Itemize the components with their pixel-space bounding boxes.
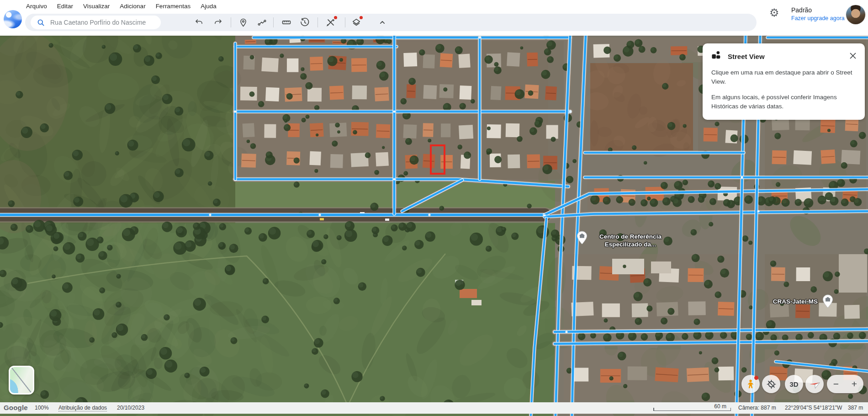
app-header: Arquivo Editar Visualizar Adicionar Ferr… bbox=[0, 0, 868, 36]
menu-editar[interactable]: Editar bbox=[57, 1, 73, 11]
add-path-icon[interactable] bbox=[256, 17, 267, 28]
menu-arquivo[interactable]: Arquivo bbox=[26, 1, 47, 11]
storage-plan: Padrão Fazer upgrade agora bbox=[791, 6, 845, 21]
street-view-paragraph: Em alguns locais, é possível conferir Im… bbox=[711, 93, 856, 111]
search-box[interactable] bbox=[31, 16, 161, 29]
map-label-line: Centro de Referência bbox=[591, 233, 670, 241]
scale-label: 60 m bbox=[714, 403, 726, 410]
layers-icon[interactable] bbox=[351, 17, 362, 28]
overview-map-thumbnail[interactable] bbox=[9, 366, 34, 395]
3d-label: 3D bbox=[789, 380, 798, 388]
menu-visualizar[interactable]: Visualizar bbox=[83, 1, 110, 11]
gear-icon[interactable]: ⚙ bbox=[769, 7, 779, 18]
avatar[interactable] bbox=[846, 5, 865, 24]
imagery-date: 20/10/2023 bbox=[117, 405, 144, 411]
notification-dot bbox=[360, 16, 363, 19]
zoom-in-button[interactable]: + bbox=[845, 375, 863, 393]
historical-imagery-icon[interactable] bbox=[299, 17, 310, 28]
map-label-line: CRAS-Jateí-MS bbox=[768, 298, 822, 306]
my-location-off-button[interactable] bbox=[762, 375, 780, 393]
plan-name: Padrão bbox=[791, 6, 845, 14]
search-icon bbox=[37, 19, 45, 27]
notification-dot bbox=[754, 376, 758, 380]
cursor-coordinates: 22°29'04"S 54°18'21"W bbox=[785, 405, 842, 411]
menu-ferramentas[interactable]: Ferramentas bbox=[156, 1, 191, 11]
map-scale-bar: 60 m bbox=[653, 402, 731, 411]
chevron-up-icon[interactable] bbox=[377, 17, 388, 28]
google-earth-app: Centro de Referência Especilizado da... … bbox=[0, 0, 868, 416]
compass-button[interactable] bbox=[805, 375, 824, 393]
pegman-button[interactable] bbox=[741, 375, 760, 393]
drawing-tools-icon[interactable] bbox=[325, 17, 336, 28]
street-view-panel-header: Street View bbox=[703, 43, 865, 63]
3d-toggle-button[interactable]: 3D bbox=[785, 375, 803, 393]
close-icon[interactable] bbox=[848, 51, 857, 62]
map-label-centro-referencia[interactable]: Centro de Referência Especilizado da... bbox=[591, 233, 670, 249]
measure-icon[interactable] bbox=[281, 17, 292, 28]
upgrade-link[interactable]: Fazer upgrade agora bbox=[791, 15, 845, 21]
toolbar-divider bbox=[231, 17, 231, 27]
street-view-paragraph: Clique em uma rua em destaque para abrir… bbox=[711, 68, 856, 86]
street-view-instructions: Clique em uma rua em destaque para abrir… bbox=[703, 63, 865, 111]
camera-altitude: Câmera: 887 m bbox=[738, 405, 776, 411]
zoom-out-button[interactable]: − bbox=[827, 375, 845, 393]
zoom-percent: 100% bbox=[35, 405, 49, 411]
menu-adicionar[interactable]: Adicionar bbox=[120, 1, 145, 11]
pegman-icon bbox=[711, 50, 721, 63]
poi-pin-cras-icon[interactable] bbox=[822, 294, 833, 308]
zoom-control: − + bbox=[827, 375, 863, 393]
map-label-line: Especilizado da... bbox=[591, 241, 670, 249]
undo-icon[interactable] bbox=[193, 17, 204, 28]
redo-icon[interactable] bbox=[212, 17, 223, 28]
data-attribution-link[interactable]: Atribuição de dados bbox=[58, 405, 107, 411]
add-placemark-icon[interactable] bbox=[238, 17, 249, 28]
menu-bar: Arquivo Editar Visualizar Adicionar Ferr… bbox=[26, 1, 217, 11]
toolbar bbox=[25, 14, 757, 31]
google-earth-logo-icon[interactable] bbox=[4, 10, 22, 28]
street-view-panel: Street View Clique em uma rua em destaqu… bbox=[703, 43, 865, 120]
google-wordmark: Google bbox=[4, 404, 28, 411]
ground-elevation: 387 m bbox=[848, 405, 863, 411]
street-view-title: Street View bbox=[728, 53, 848, 60]
selected-parcel-highlight bbox=[430, 144, 445, 175]
status-bar: Google 100% Atribuição de dados 20/10/20… bbox=[0, 402, 868, 414]
menu-ajuda[interactable]: Ajuda bbox=[201, 1, 217, 11]
search-input[interactable] bbox=[49, 18, 156, 27]
toolbar-divider bbox=[345, 17, 345, 27]
toolbar-divider bbox=[318, 17, 318, 27]
notification-dot bbox=[334, 16, 337, 19]
account-area: ⚙ Padrão Fazer upgrade agora bbox=[757, 0, 868, 36]
toolbar-divider bbox=[273, 17, 274, 27]
map-label-cras-jatei[interactable]: CRAS-Jateí-MS bbox=[768, 298, 822, 306]
poi-pin-centro-icon[interactable] bbox=[577, 231, 587, 245]
